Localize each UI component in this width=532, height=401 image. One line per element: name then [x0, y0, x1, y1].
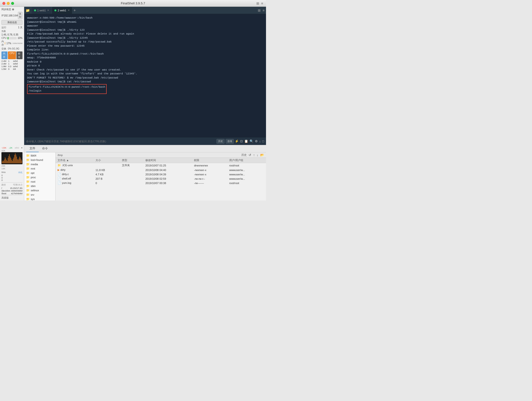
table-row: 1.5M 0 init: [1, 68, 22, 70]
tab-command[interactable]: 命令: [39, 145, 51, 152]
net-bar: [9, 154, 10, 163]
terminal-line: ptrace 0: [27, 64, 263, 68]
net-mid: 29K: [1, 165, 22, 167]
latency-zero1: 0: [1, 174, 22, 177]
disk-path: /boot: [1, 192, 6, 195]
col-user[interactable]: 用户/用户组: [227, 158, 266, 163]
copy-icon[interactable]: ⊡: [240, 139, 243, 143]
add-tab-button[interactable]: +: [74, 8, 76, 13]
list-item[interactable]: 📁 selinux: [24, 188, 55, 193]
col-type[interactable]: 类型: [120, 158, 143, 163]
grid-icon[interactable]: ⊞: [256, 1, 259, 5]
net-min: 14K: [1, 167, 22, 170]
close-button[interactable]: [2, 2, 5, 5]
table-row[interactable]: ▶dirty 11.8 KB 2019/10/08 04:40 -rwxrwxr…: [56, 168, 266, 172]
swap-detail: 0/1.9G: [12, 47, 19, 50]
highlighted-output: firefart:fi3LLch28IK7A:0:0:pwned:/root:/…: [27, 84, 107, 94]
list-item[interactable]: 📁 lib64: [24, 153, 55, 158]
tree-item-label: lost+found: [31, 158, 43, 161]
proc-tab-mem[interactable]: 内存: [1, 51, 7, 59]
terminal-line: /nologin: [29, 89, 105, 93]
table-row[interactable]: 📄shell.elf 207 B 2019/10/08 02:59 -rw-rw…: [56, 177, 266, 181]
folder-icon[interactable]: 📁: [26, 8, 30, 12]
download-icon[interactable]: ↓: [259, 139, 261, 143]
folder-icon: 📁: [26, 189, 30, 192]
terminal-line: File /tmp/passwd.bak already exists! Ple…: [27, 32, 263, 36]
proc-tab-cmd[interactable]: 命令: [16, 51, 22, 59]
maximize-icon[interactable]: □: [262, 139, 264, 143]
folder-icon: 📁: [26, 163, 30, 166]
sysinfo-button[interactable]: 系统信息: [1, 20, 22, 25]
proc-mem: 2.4M: [1, 60, 8, 62]
uptime-row: 运行 1 天: [1, 26, 22, 29]
tab-1[interactable]: 1 web1 ✕: [32, 7, 52, 14]
load-label: 负载: [1, 30, 22, 33]
net-bar: [14, 158, 14, 163]
download-icon[interactable]: ↓: [257, 153, 259, 157]
network-section: ↑23K ↓2K eth0 ▾ 42K: [1, 147, 22, 170]
net-stats-row: ↑23K ↓2K eth0 ▾: [1, 147, 22, 149]
upload-icon[interactable]: ↑: [253, 153, 255, 157]
new-folder-icon[interactable]: 📂: [260, 153, 264, 157]
settings-icon[interactable]: ⚙: [255, 139, 258, 143]
file-size: 207 B: [94, 177, 120, 181]
terminal[interactable]: wwwuser:x:500:500:/home/wwwuser:/bin/bas…: [24, 14, 266, 137]
proc-tab-cpu[interactable]: CPU: [8, 51, 16, 59]
tab-close-2[interactable]: ✕: [68, 9, 70, 12]
file-mtime: 2019/10/08 04:39: [143, 172, 192, 177]
net-interface-arrow[interactable]: ▾: [21, 147, 22, 149]
terminal-line: DON'T FORGET TO RESTORE! $ mv /tmp/passw…: [27, 76, 263, 80]
col-name[interactable]: 文件名 ▲: [56, 158, 94, 163]
tab-file[interactable]: 文件: [26, 145, 39, 152]
list-item[interactable]: 📁 lost+found: [24, 158, 55, 162]
paste-icon[interactable]: 📋: [244, 139, 248, 143]
refresh-icon[interactable]: ↺: [249, 153, 251, 157]
file-perm: -rw-------: [192, 181, 227, 185]
search-icon[interactable]: 🔍: [250, 139, 253, 143]
minimize-button[interactable]: [7, 2, 10, 5]
command-input[interactable]: [26, 140, 215, 143]
net-bar: [19, 158, 19, 163]
lightning-icon[interactable]: ⚡: [235, 139, 239, 143]
list-item[interactable]: 📁 sys: [24, 197, 55, 200]
col-mtime[interactable]: 修改时间: [143, 158, 192, 163]
tab-2[interactable]: 2 web1 ✕: [52, 7, 72, 14]
table-row[interactable]: 📁.ICE-unix 文件夹 2019/10/07 01:25 drwxrwxr…: [56, 163, 266, 168]
list-item[interactable]: 📁 srv: [24, 193, 55, 197]
folder-icon: 📁: [26, 193, 30, 196]
terminal-line: firefart:fi3LLch28IK7A:0:0:pwned:/root:/…: [27, 52, 263, 56]
history-label: 历史: [241, 153, 247, 157]
options-button[interactable]: 选项: [226, 139, 234, 144]
table-row[interactable]: 📄dirty.c 4.7 KB 2019/10/08 04:39 -rwxrwx…: [56, 172, 266, 177]
net-bar: [3, 160, 3, 163]
menu-list-icon[interactable]: ≡: [263, 8, 265, 12]
menu-icon[interactable]: ≡: [261, 1, 263, 5]
history-button[interactable]: 历史: [216, 139, 225, 144]
list-item[interactable]: 📁 sbin: [24, 184, 55, 188]
file-toolbar: /tmp 历史 ↺ ↑ ↓ 📂: [56, 152, 266, 158]
list-item[interactable]: 📁 proc: [24, 175, 55, 179]
file-size: 11.8 KB: [94, 168, 120, 172]
layout-grid-icon[interactable]: ⊞: [258, 8, 261, 12]
net-upload: ↑23K: [1, 147, 7, 149]
disk-avail: 490M/490M: [11, 190, 22, 192]
copy-ip-button[interactable]: 复制: [18, 12, 22, 19]
terminal-line: madvise 0: [27, 60, 263, 64]
tree-item-label: lib64: [31, 154, 36, 157]
table-row[interactable]: 📄yum.log 0 2019/10/07 00:38 -rw------- r…: [56, 181, 266, 185]
list-item[interactable]: 📁 root: [24, 179, 55, 184]
terminal-line: firefart:fi3LLch28IK7A:0:0:pwned:/root:/…: [29, 85, 105, 89]
col-perm[interactable]: 权限: [192, 158, 227, 163]
net-bar: [2, 161, 2, 163]
list-item[interactable]: 📁 mnt: [24, 166, 55, 171]
maximize-button[interactable]: [11, 2, 14, 5]
window-controls[interactable]: [2, 2, 14, 5]
list-item[interactable]: 📁 media: [24, 162, 55, 166]
list-item[interactable]: 📁 opt: [24, 171, 55, 175]
tree-item-label: sbin: [31, 185, 36, 187]
file-type: [120, 181, 143, 185]
net-bar: [20, 158, 21, 163]
cpu-label: CPU: [1, 37, 7, 39]
tab-close-1[interactable]: ✕: [47, 9, 49, 12]
col-size[interactable]: 大小: [94, 158, 120, 163]
